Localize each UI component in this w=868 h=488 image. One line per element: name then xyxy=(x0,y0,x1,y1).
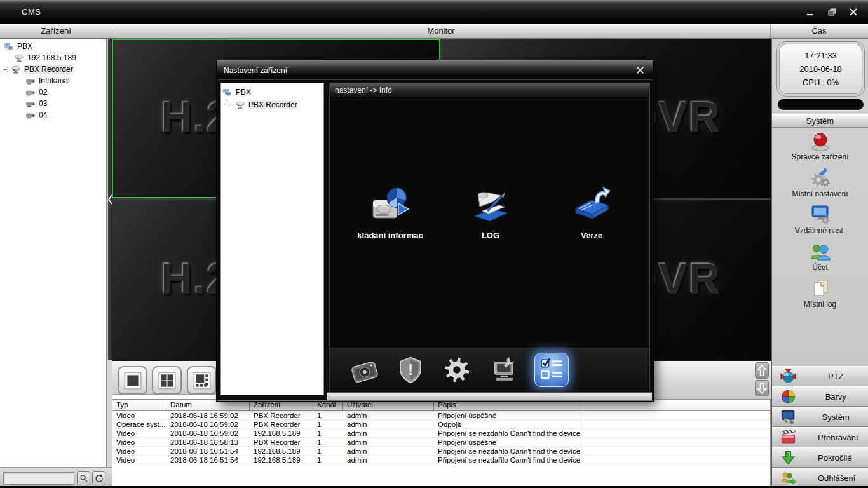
log-row[interactable]: Video2018-06-18 16:51:54192.168.5.1891ad… xyxy=(112,447,770,456)
dialog-device-tree: PBX PBX Recorder xyxy=(220,83,324,395)
page-up-button[interactable] xyxy=(755,362,769,379)
device-tree-panel: PBX192.168.5.189−PBX RecorderInfokanal02… xyxy=(0,39,107,467)
device-manager-icon xyxy=(772,130,868,152)
device-icon xyxy=(14,53,25,63)
dialog-breadcrumb: nastavení -> Info xyxy=(330,83,649,98)
arrow-down-icon xyxy=(757,382,767,395)
column-header-5: Popis xyxy=(434,400,580,410)
colors-icon xyxy=(772,389,804,405)
layout-single-button[interactable] xyxy=(118,366,147,395)
status-pill xyxy=(778,99,864,110)
page-down-button[interactable] xyxy=(755,380,769,396)
layout-quad-icon xyxy=(158,371,177,390)
panel-header-time: Čas xyxy=(811,26,826,36)
channel-icon xyxy=(25,99,36,109)
dialog-item-log[interactable]: LOG xyxy=(443,185,538,240)
column-header-3: Kanál xyxy=(313,400,343,410)
advanced-tools-icon xyxy=(489,355,518,384)
dialog-tree-root[interactable]: PBX xyxy=(222,86,322,98)
search-icon xyxy=(79,473,89,484)
account-icon xyxy=(772,241,868,262)
arrow-up-icon xyxy=(757,364,767,377)
tree-item-pbx-recorder[interactable]: −PBX Recorder xyxy=(0,64,106,75)
sidebar-item-device-manager[interactable]: Správce zařízení xyxy=(772,130,868,166)
toolbar-info-icon[interactable] xyxy=(534,353,569,387)
search-input[interactable] xyxy=(3,472,74,485)
sidebar-item-local-settings[interactable]: Místní nastavení xyxy=(772,167,868,203)
toolbar-advanced-tools-icon[interactable] xyxy=(486,353,520,387)
ptz-icon xyxy=(772,369,804,384)
sidebar-item-remote-settings[interactable]: Vzdálené nast. xyxy=(772,204,868,240)
restore-icon[interactable] xyxy=(826,7,837,17)
sidebar-button-logout[interactable]: Odhlášení xyxy=(772,468,868,488)
server-group-icon xyxy=(222,88,233,97)
column-header-4: Uživatel xyxy=(343,400,434,410)
right-sidebar: 17:21:33 2018-06-18 CPU : 0% Systém Sprá… xyxy=(771,39,868,488)
log-row[interactable]: Operace syst...2018-06-18 16:59:02PBX Re… xyxy=(112,420,770,429)
layout-mixed-button[interactable] xyxy=(187,366,217,395)
search-button[interactable] xyxy=(77,471,90,485)
log-row-empty xyxy=(112,473,770,482)
tree-item-192-168-5-189[interactable]: 192.168.5.189 xyxy=(0,52,106,64)
sidebar-item-account[interactable]: Účet xyxy=(772,241,868,276)
sidebar-button-advanced[interactable]: Pokročilé xyxy=(772,447,868,468)
alarm-icon: ! xyxy=(396,355,425,384)
dialog-tree-child[interactable]: PBX Recorder xyxy=(222,98,322,111)
system-section-header: Systém xyxy=(772,114,868,128)
refresh-button[interactable] xyxy=(92,471,105,485)
toolbar-record-icon[interactable] xyxy=(348,353,382,387)
toolbar-system-gear-icon[interactable] xyxy=(440,353,474,387)
dialog-close-icon[interactable] xyxy=(634,64,646,77)
version-icon xyxy=(544,185,639,226)
layout-single-icon xyxy=(123,371,142,390)
column-header-2: Zařízení xyxy=(250,400,313,410)
tree-item-03[interactable]: 03 xyxy=(0,98,106,109)
layout-quad-button[interactable] xyxy=(152,366,182,395)
section-header-strip: Zařízení Monitor Čas xyxy=(0,24,868,39)
dialog-item-version[interactable]: Verze xyxy=(544,185,639,240)
advanced-icon xyxy=(772,450,801,466)
sidebar-button-colors[interactable]: Barvy xyxy=(772,386,868,407)
tree-item-04[interactable]: 04 xyxy=(0,109,106,121)
log-table: TypDatumZařízeníKanálUživatelPopis Video… xyxy=(112,399,771,488)
panel-header-devices: Zařízení xyxy=(41,26,71,36)
system-gear-icon xyxy=(442,355,471,384)
dialog-item-storage-info[interactable]: kládání informac xyxy=(342,185,438,240)
info-icon xyxy=(537,355,566,384)
search-bar xyxy=(0,467,112,488)
toolbar-alarm-icon[interactable]: ! xyxy=(393,353,428,387)
sidebar-item-local-log[interactable]: Místni log xyxy=(772,278,868,313)
sidebar-button-playback[interactable]: Přehrávání xyxy=(772,427,868,447)
tree-item-infokanal[interactable]: Infokanal xyxy=(0,75,106,86)
close-icon[interactable] xyxy=(848,7,859,17)
log-table-header: TypDatumZařízeníKanálUživatelPopis xyxy=(112,400,770,411)
panel-header-monitor: Monitor xyxy=(427,26,454,36)
sidebar-button-system[interactable]: Systém xyxy=(772,407,868,427)
tree-item-02[interactable]: 02 xyxy=(0,86,106,98)
cpu-usage: CPU : 0% xyxy=(779,76,862,89)
storage-info-icon xyxy=(342,185,438,226)
dialog-toolbar: ! xyxy=(330,348,649,391)
log-row[interactable]: Video2018-06-18 16:59:02PBX Recorder1adm… xyxy=(112,411,770,420)
dialog-title: Nastavení zařízení xyxy=(224,66,287,75)
column-header-0: Typ xyxy=(112,400,166,410)
channel-icon xyxy=(25,111,36,120)
log-row[interactable]: Video2018-06-18 16:59:02192.168.5.1891ad… xyxy=(112,429,770,438)
device-icon xyxy=(11,65,22,74)
log-row[interactable]: Video2018-06-18 16:58:13PBX Recorder1adm… xyxy=(112,438,770,447)
svg-text:!: ! xyxy=(408,362,413,378)
log-row[interactable]: Video2018-06-18 16:51:54192.168.5.1891ad… xyxy=(112,456,770,464)
tree-item-root[interactable]: PBX xyxy=(0,41,106,52)
clock-date: 2018-06-18 xyxy=(779,62,862,76)
collapse-expander-icon[interactable]: − xyxy=(3,67,8,72)
local-log-icon xyxy=(772,278,868,299)
minimize-icon[interactable] xyxy=(804,7,816,17)
channel-icon xyxy=(25,76,36,86)
device-settings-dialog: Nastavení zařízení PBX PBX Recorder nast… xyxy=(217,60,653,401)
sidebar-button-ptz[interactable]: PTZ xyxy=(772,366,868,386)
dialog-titlebar: Nastavení zařízení xyxy=(217,61,653,80)
server-group-icon xyxy=(4,42,15,51)
local-settings-icon xyxy=(772,167,868,189)
dialog-bottom-strip xyxy=(327,392,652,400)
clock-time: 17:21:33 xyxy=(779,49,862,62)
